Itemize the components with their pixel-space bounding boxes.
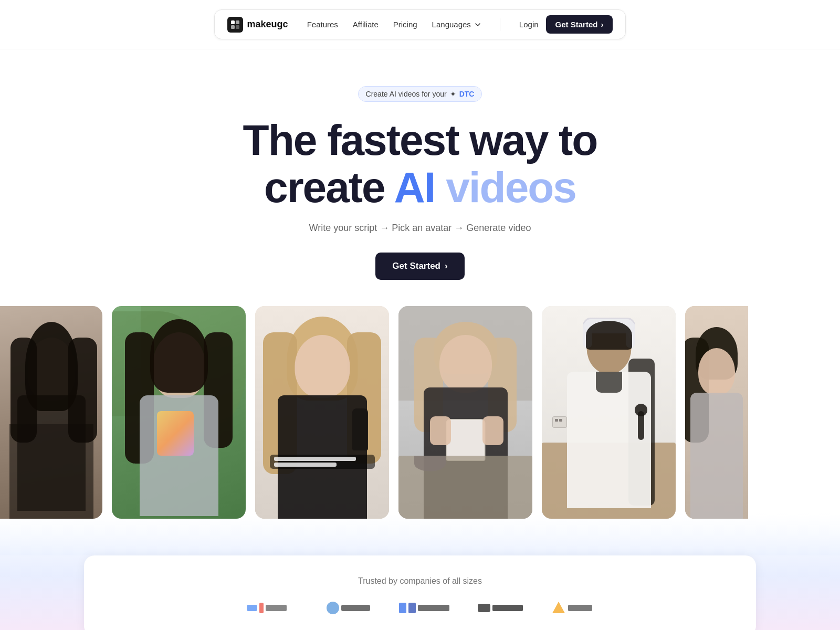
trust-logo-5: [551, 601, 593, 615]
hero-badge: Create AI videos for your ✦ DTC: [358, 86, 482, 102]
svg-rect-9: [399, 603, 406, 613]
navbar: makeugc Features Affiliate Pricing Langu…: [0, 0, 840, 49]
hero-section: Create AI videos for your ✦ DTC The fast…: [0, 49, 840, 306]
logo-text: makeugc: [247, 19, 288, 30]
get-started-nav-button[interactable]: Get Started ›: [546, 15, 613, 34]
get-started-hero-button[interactable]: Get Started ›: [375, 253, 464, 280]
svg-rect-8: [341, 605, 370, 611]
video-card-2[interactable]: [112, 306, 246, 519]
logo-icon: [227, 17, 243, 33]
video-card-6[interactable]: [685, 306, 748, 519]
badge-highlight: DTC: [459, 90, 475, 98]
nav-languages[interactable]: Languages: [432, 20, 481, 29]
trust-logo-4: [478, 601, 525, 615]
hero-ai-text: AI: [394, 163, 435, 211]
svg-marker-14: [552, 602, 565, 613]
nav-divider: [500, 18, 500, 31]
trust-section: Trusted by companies of all sizes: [84, 555, 756, 630]
svg-rect-12: [478, 604, 490, 612]
video-card-4[interactable]: [398, 306, 532, 519]
hero-videos-text: videos: [435, 163, 576, 211]
video-card-5[interactable]: [542, 306, 676, 519]
svg-rect-2: [231, 25, 235, 29]
video-card-1[interactable]: [0, 306, 102, 519]
nav-affiliate[interactable]: Affiliate: [353, 20, 379, 29]
svg-point-7: [327, 602, 339, 614]
trust-logo-1: [247, 601, 299, 615]
hero-subtext: Write your script → Pick an avatar → Gen…: [21, 223, 819, 234]
trust-logo-3: [399, 601, 452, 615]
nav-pricing[interactable]: Pricing: [393, 20, 417, 29]
svg-rect-1: [236, 20, 239, 24]
hero-headline: The fastest way to create AI videos: [21, 117, 819, 211]
svg-rect-4: [247, 605, 257, 611]
trust-logos: [116, 601, 724, 615]
trust-logo-2: [326, 601, 373, 615]
svg-rect-5: [259, 603, 264, 613]
svg-rect-10: [408, 603, 416, 613]
svg-rect-11: [418, 605, 449, 611]
nav-features[interactable]: Features: [307, 20, 338, 29]
video-gallery: [0, 306, 840, 519]
logo[interactable]: makeugc: [227, 17, 288, 33]
badge-icon: ✦: [450, 90, 456, 98]
bottom-section: Trusted by companies of all sizes: [0, 513, 840, 630]
svg-rect-15: [568, 605, 592, 611]
badge-prefix: Create AI videos for your: [366, 90, 447, 98]
video-card-3[interactable]: [255, 306, 389, 519]
svg-rect-13: [492, 605, 523, 611]
svg-rect-0: [231, 20, 235, 24]
trust-text: Trusted by companies of all sizes: [116, 576, 724, 586]
svg-rect-3: [236, 25, 239, 29]
login-button[interactable]: Login: [519, 20, 539, 29]
svg-rect-6: [266, 605, 287, 611]
